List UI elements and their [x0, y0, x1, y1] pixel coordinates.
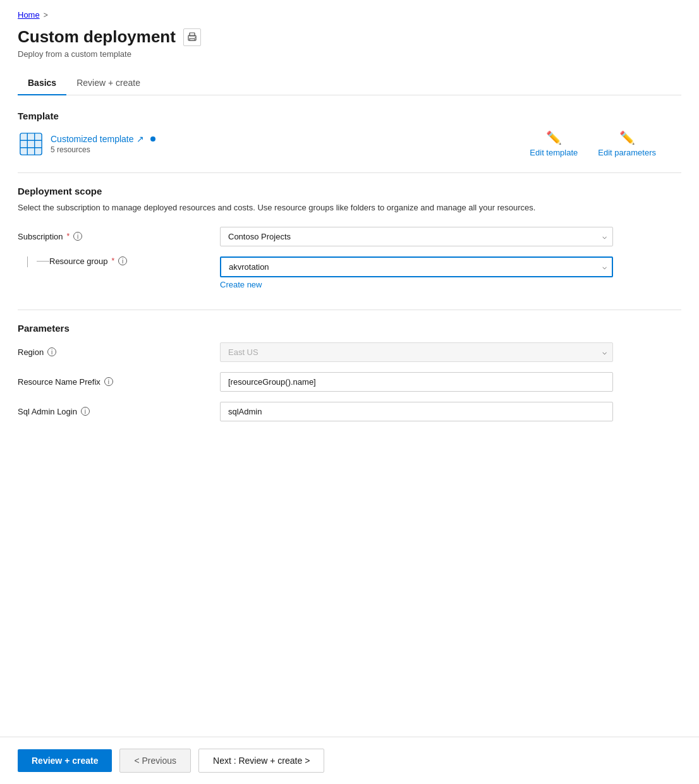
bottom-bar: Review + create < Previous Next : Review…	[0, 737, 699, 784]
sql-admin-login-info-icon[interactable]: i	[81, 407, 90, 416]
subscription-select[interactable]: Contoso Projects	[220, 227, 613, 246]
previous-button[interactable]: < Previous	[119, 749, 191, 773]
region-info-icon[interactable]: i	[47, 347, 56, 356]
sql-admin-login-row: Sql Admin Login i	[18, 402, 681, 421]
subscription-control: Contoso Projects ⌵	[220, 227, 613, 246]
sql-admin-login-label: Sql Admin Login i	[18, 407, 220, 416]
parameters-divider	[18, 310, 681, 310]
deployment-scope-title: Deployment scope	[18, 186, 681, 196]
subscription-label: Subscription * i	[18, 232, 220, 241]
template-link[interactable]: Customized template ↗	[51, 134, 155, 144]
next-button[interactable]: Next : Review + create >	[198, 749, 324, 773]
resource-group-select[interactable]: akvrotation	[220, 256, 613, 277]
tab-review-create[interactable]: Review + create	[66, 71, 150, 95]
resource-name-prefix-input[interactable]	[220, 372, 613, 392]
template-dot-indicator	[150, 136, 155, 142]
region-select-wrapper: East US ⌵	[220, 342, 613, 362]
template-row: Customized template ↗ 5 resources ✏️ Edi…	[18, 130, 681, 157]
sql-admin-login-control	[220, 402, 613, 421]
resource-group-control: akvrotation ⌵	[220, 256, 613, 277]
subscription-select-wrapper: Contoso Projects ⌵	[220, 227, 613, 246]
region-label: Region i	[18, 347, 220, 357]
subscription-row: Subscription * i Contoso Projects ⌵	[18, 227, 681, 246]
svg-rect-4	[20, 133, 42, 154]
subscription-info-icon[interactable]: i	[73, 232, 82, 241]
external-link-icon: ↗	[137, 134, 144, 144]
template-actions: ✏️ Edit template ✏️ Edit parameters	[530, 130, 656, 157]
review-create-button[interactable]: Review + create	[18, 749, 112, 772]
sql-admin-login-input[interactable]	[220, 402, 613, 421]
breadcrumb: Home >	[18, 10, 681, 20]
template-section: Template Customized template ↗	[18, 111, 681, 157]
template-section-title: Template	[18, 111, 681, 121]
region-select[interactable]: East US	[220, 342, 613, 362]
deployment-scope-section: Deployment scope Select the subscription…	[18, 186, 681, 299]
resource-group-label: Resource group * i	[49, 256, 127, 266]
page-title: Custom deployment	[18, 27, 176, 47]
svg-point-3	[195, 37, 196, 38]
region-control: East US ⌵	[220, 342, 613, 362]
tab-basics[interactable]: Basics	[18, 71, 66, 95]
template-icon	[18, 131, 44, 157]
edit-parameters-button[interactable]: ✏️ Edit parameters	[598, 130, 656, 157]
edit-template-button[interactable]: ✏️ Edit template	[530, 130, 578, 157]
create-new-link[interactable]: Create new	[220, 280, 262, 289]
page-title-row: Custom deployment	[18, 27, 681, 47]
resource-name-prefix-row: Resource Name Prefix i	[18, 372, 681, 392]
region-row: Region i East US ⌵	[18, 342, 681, 362]
resource-name-prefix-info-icon[interactable]: i	[104, 377, 113, 386]
resource-group-info-icon[interactable]: i	[118, 256, 127, 265]
parameters-title: Parameters	[18, 323, 681, 334]
deployment-scope-description: Select the subscription to manage deploy…	[18, 202, 681, 214]
resource-name-prefix-control	[220, 372, 613, 392]
edit-template-icon: ✏️	[546, 130, 562, 145]
resource-name-prefix-label: Resource Name Prefix i	[18, 377, 220, 387]
tabs: Basics Review + create	[18, 71, 681, 95]
parameters-section: Parameters Region i East US ⌵ Resource N…	[18, 323, 681, 421]
breadcrumb-separator: >	[44, 11, 48, 20]
resource-group-select-wrapper: akvrotation ⌵	[220, 256, 613, 277]
subscription-required: *	[67, 232, 70, 241]
resource-group-required: *	[112, 256, 115, 265]
print-button[interactable]	[183, 28, 201, 46]
svg-rect-2	[190, 39, 195, 40]
breadcrumb-home[interactable]: Home	[18, 10, 40, 20]
template-info: Customized template ↗ 5 resources	[51, 134, 155, 154]
template-resources: 5 resources	[51, 145, 155, 154]
page-subtitle: Deploy from a custom template	[18, 49, 681, 59]
edit-parameters-icon: ✏️	[619, 130, 635, 145]
section-divider	[18, 172, 681, 173]
